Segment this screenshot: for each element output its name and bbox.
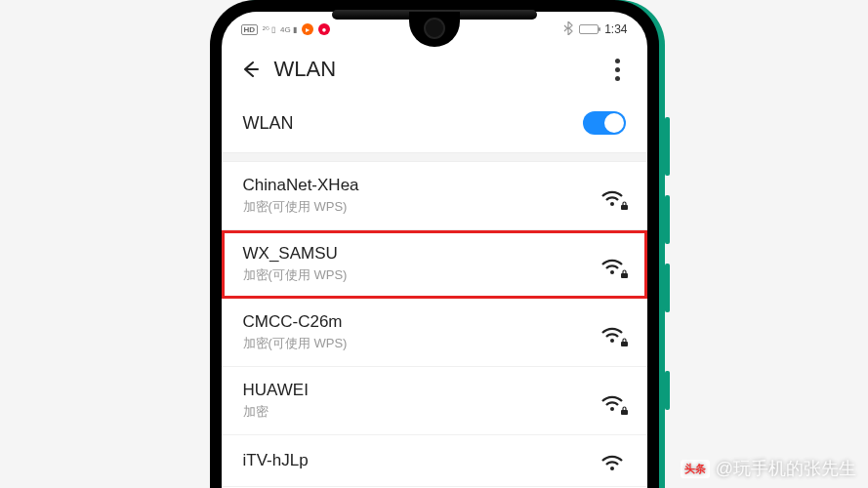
- svg-rect-2: [621, 342, 628, 346]
- header: WLAN: [222, 47, 647, 98]
- wifi-signal-icon: [599, 321, 626, 345]
- side-button: [665, 195, 670, 244]
- app-icon: ▸: [302, 23, 313, 35]
- more-menu-button[interactable]: [606, 59, 630, 81]
- network-row[interactable]: WX_SAMSU加密(可使用 WPS): [222, 230, 647, 299]
- watermark-brand: 头条: [681, 460, 710, 478]
- side-button: [665, 264, 670, 312]
- screen: HD ²ᴳ ▯ 4G ▮ ▸ ● 1:34 WLAN: [222, 12, 647, 488]
- network-text: ChinaNet-XHea加密(可使用 WPS): [243, 176, 599, 216]
- watermark-text: @玩手机的张先生: [716, 457, 856, 480]
- network-subtitle: 加密(可使用 WPS): [243, 266, 599, 284]
- wifi-signal-icon: [599, 253, 626, 276]
- lock-icon: [620, 201, 629, 211]
- page-title: WLAN: [274, 57, 593, 82]
- clock: 1:34: [604, 22, 627, 36]
- signal-2g-icon: ²ᴳ ▯: [263, 25, 275, 34]
- battery-icon: [579, 24, 599, 34]
- wifi-signal-icon: [599, 449, 626, 472]
- wifi-signal-icon: [599, 389, 626, 413]
- network-name: HUAWEI: [243, 381, 599, 400]
- network-text: WX_SAMSU加密(可使用 WPS): [243, 244, 599, 284]
- side-button: [665, 117, 670, 176]
- network-text: iTV-hJLp: [243, 451, 599, 470]
- network-row[interactable]: CMCC-C26m加密(可使用 WPS): [222, 299, 647, 367]
- wlan-toggle-row[interactable]: WLAN: [222, 98, 647, 152]
- network-name: WX_SAMSU: [243, 244, 599, 264]
- network-list: ChinaNet-XHea加密(可使用 WPS)WX_SAMSU加密(可使用 W…: [222, 162, 647, 487]
- back-button[interactable]: [239, 59, 261, 80]
- side-button: [665, 371, 670, 410]
- wlan-toggle[interactable]: [583, 111, 626, 135]
- lock-icon: [620, 269, 629, 279]
- section-divider: [222, 152, 647, 162]
- svg-rect-3: [621, 410, 628, 415]
- network-subtitle: 加密(可使用 WPS): [243, 198, 599, 216]
- network-name: CMCC-C26m: [243, 312, 599, 332]
- hd-badge: HD: [241, 24, 259, 35]
- lock-icon: [620, 338, 629, 347]
- location-icon: ●: [318, 23, 330, 35]
- network-row[interactable]: HUAWEI加密: [222, 367, 647, 435]
- network-name: iTV-hJLp: [243, 451, 599, 470]
- svg-rect-0: [621, 205, 628, 210]
- network-name: ChinaNet-XHea: [243, 176, 599, 195]
- wlan-toggle-label: WLAN: [243, 113, 583, 134]
- bluetooth-icon: [563, 21, 573, 38]
- svg-rect-1: [621, 273, 628, 278]
- network-text: HUAWEI加密: [243, 381, 599, 421]
- phone-frame: HD ²ᴳ ▯ 4G ▮ ▸ ● 1:34 WLAN: [210, 0, 659, 488]
- wifi-signal-icon: [599, 184, 626, 208]
- watermark: 头条 @玩手机的张先生: [681, 457, 856, 480]
- network-row[interactable]: ChinaNet-XHea加密(可使用 WPS): [222, 162, 647, 230]
- signal-4g-icon: 4G ▮: [280, 25, 297, 34]
- lock-icon: [620, 406, 629, 416]
- network-row[interactable]: iTV-hJLp: [222, 435, 647, 487]
- network-subtitle: 加密(可使用 WPS): [243, 335, 599, 352]
- network-subtitle: 加密: [243, 403, 599, 421]
- network-text: CMCC-C26m加密(可使用 WPS): [243, 312, 599, 352]
